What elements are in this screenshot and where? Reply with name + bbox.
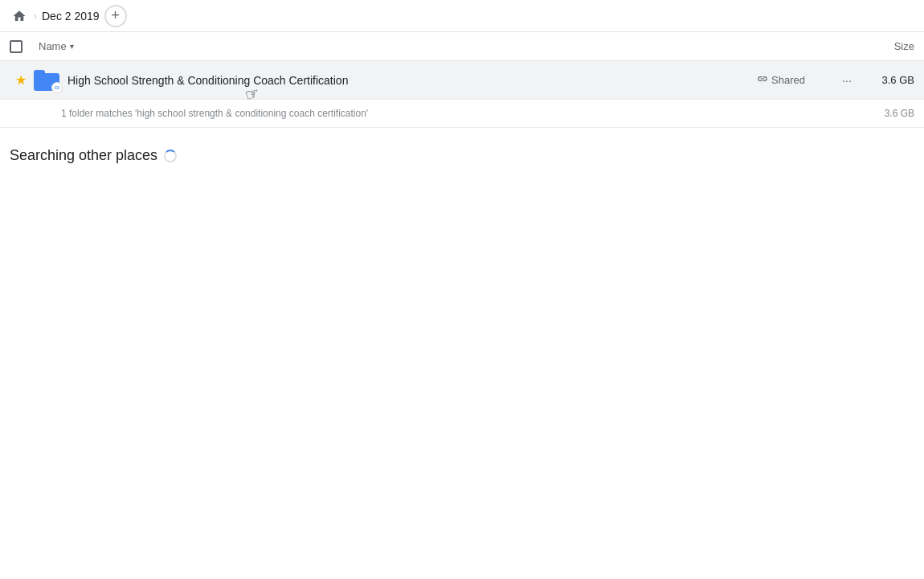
searching-title: Searching other places bbox=[10, 147, 914, 164]
breadcrumb-chevron: › bbox=[34, 10, 37, 22]
shared-link-overlay-icon bbox=[51, 82, 63, 93]
folder-icon-container bbox=[32, 66, 61, 95]
file-size: 3.6 GB bbox=[866, 74, 914, 86]
match-info-size: 3.6 GB bbox=[885, 108, 914, 119]
loading-spinner bbox=[164, 150, 177, 162]
breadcrumb-date: Dec 2 2019 bbox=[42, 10, 100, 23]
more-options-button[interactable]: ··· bbox=[834, 68, 860, 93]
name-column-header[interactable]: Name ▾ bbox=[39, 40, 850, 52]
home-button[interactable] bbox=[10, 6, 29, 26]
star-button[interactable]: ★ bbox=[10, 72, 32, 88]
select-all-checkbox[interactable] bbox=[10, 40, 22, 53]
file-row[interactable]: ★ High School Strength & Conditioning Co… bbox=[0, 61, 924, 100]
searching-section: Searching other places bbox=[0, 128, 924, 183]
match-info-row: 1 folder matches 'high school strength &… bbox=[0, 100, 924, 128]
shared-indicator: Shared bbox=[757, 73, 821, 87]
more-icon: ··· bbox=[842, 74, 852, 87]
match-info-text: 1 folder matches 'high school strength &… bbox=[61, 108, 368, 119]
name-sort-arrow: ▾ bbox=[70, 42, 74, 51]
size-column-header: Size bbox=[850, 40, 914, 52]
top-bar: › Dec 2 2019 + bbox=[0, 0, 924, 32]
searching-title-text: Searching other places bbox=[10, 147, 157, 164]
add-button[interactable]: + bbox=[104, 5, 127, 27]
link-icon bbox=[757, 73, 768, 87]
select-all-checkbox-container bbox=[10, 40, 39, 53]
name-column-label: Name bbox=[39, 40, 67, 52]
shared-label: Shared bbox=[771, 74, 805, 86]
file-name[interactable]: High School Strength & Conditioning Coac… bbox=[67, 74, 757, 87]
column-headers: Name ▾ Size bbox=[0, 32, 924, 61]
